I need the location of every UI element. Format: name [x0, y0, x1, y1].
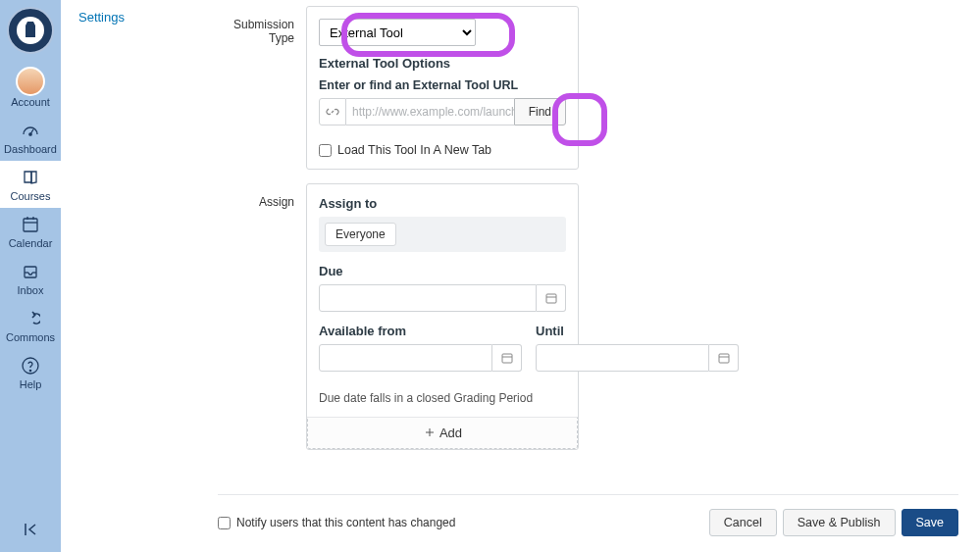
avatar — [16, 67, 45, 96]
until-input[interactable] — [536, 344, 709, 372]
settings-link[interactable]: Settings — [78, 10, 125, 25]
load-new-tab-checkbox-row[interactable]: Load This Tool In A New Tab — [319, 143, 566, 157]
svg-point-3 — [29, 133, 31, 135]
sidebar-item-label: Help — [20, 378, 42, 390]
submission-type-select[interactable]: External Tool — [319, 19, 476, 46]
until-wrap — [536, 344, 739, 372]
svg-point-15 — [29, 370, 30, 371]
due-date-wrap — [319, 284, 566, 312]
sidebar-item-account[interactable]: Account — [0, 55, 61, 114]
svg-rect-17 — [546, 294, 556, 303]
save-button[interactable]: Save — [902, 509, 959, 536]
sidebar-item-label: Commons — [6, 331, 55, 343]
sidebar-item-label: Account — [11, 96, 50, 108]
sidebar-item-label: Courses — [11, 190, 51, 202]
sidebar-item-label: Inbox — [18, 284, 44, 296]
link-icon — [319, 98, 346, 125]
assignment-form: Submission Type External Tool External T… — [218, 6, 767, 464]
svg-rect-28 — [719, 354, 729, 363]
available-from-wrap — [319, 344, 522, 372]
sidebar-item-inbox[interactable]: Inbox — [0, 255, 61, 302]
external-tool-url-input[interactable] — [346, 98, 514, 125]
footer-buttons: Cancel Save & Publish Save — [709, 509, 958, 536]
sidebar-item-dashboard[interactable]: Dashboard — [0, 114, 61, 161]
due-label: Due — [319, 264, 566, 278]
grading-period-status: Due date falls in a closed Grading Perio… — [319, 391, 566, 405]
dashboard-icon — [20, 120, 41, 141]
sidebar-item-commons[interactable]: Commons — [0, 302, 61, 349]
inbox-icon — [20, 261, 41, 282]
cancel-button[interactable]: Cancel — [709, 509, 777, 536]
assign-row: Assign Assign to Everyone Due Available … — [218, 183, 767, 450]
available-from-input[interactable] — [319, 344, 492, 372]
load-new-tab-checkbox[interactable] — [319, 144, 332, 157]
assign-box: Assign to Everyone Due Available from — [306, 183, 579, 450]
add-label: Add — [439, 426, 462, 440]
available-from-label: Available from — [319, 324, 522, 338]
notify-label: Notify users that this content has chang… — [236, 516, 455, 529]
load-new-tab-label: Load This Tool In A New Tab — [337, 143, 491, 157]
due-date-calendar-button[interactable] — [537, 284, 566, 312]
sidebar-collapse-button[interactable] — [0, 515, 61, 544]
sidebar-item-calendar[interactable]: Calendar — [0, 208, 61, 255]
assign-row-label: Assign — [218, 183, 306, 209]
submission-type-row: Submission Type External Tool External T… — [218, 6, 767, 170]
assignee-pill[interactable]: Everyone — [325, 223, 396, 246]
commons-icon — [20, 308, 41, 329]
main-content: Settings Submission Type External Tool E… — [61, 0, 980, 552]
external-tool-url-row: Find — [319, 98, 566, 125]
notify-checkbox[interactable] — [218, 517, 231, 529]
find-button[interactable]: Find — [514, 98, 566, 125]
submission-type-label: Submission Type — [218, 6, 306, 45]
external-tool-url-label: Enter or find an External Tool URL — [319, 78, 566, 92]
external-tool-options-heading: External Tool Options — [319, 56, 566, 71]
assign-to-label: Assign to — [319, 196, 566, 211]
assign-to-input[interactable]: Everyone — [319, 217, 566, 252]
availability-row: Available from Until — [319, 324, 566, 383]
available-from-calendar-button[interactable] — [492, 344, 522, 372]
notify-checkbox-row[interactable]: Notify users that this content has chang… — [218, 516, 455, 529]
sidebar-item-label: Dashboard — [4, 143, 57, 155]
save-publish-button[interactable]: Save & Publish — [783, 509, 896, 536]
help-icon — [20, 355, 41, 376]
school-logo[interactable] — [6, 6, 55, 55]
courses-icon — [20, 167, 41, 188]
form-footer: Notify users that this content has chang… — [218, 494, 958, 536]
svg-rect-4 — [24, 219, 37, 231]
calendar-icon — [20, 214, 41, 235]
svg-rect-24 — [502, 354, 512, 363]
add-assignment-override-button[interactable]: Add — [307, 417, 578, 449]
global-nav: Account Dashboard Courses Calendar Inbox… — [0, 0, 61, 552]
until-calendar-button[interactable] — [709, 344, 739, 372]
sidebar-item-courses[interactable]: Courses — [0, 161, 61, 208]
until-label: Until — [536, 324, 739, 338]
due-date-input[interactable] — [319, 284, 537, 312]
submission-type-box: External Tool External Tool Options Ente… — [306, 6, 579, 170]
submission-type-select-wrap: External Tool — [319, 19, 566, 46]
sidebar-item-label: Calendar — [9, 237, 53, 249]
sidebar-item-help[interactable]: Help — [0, 349, 61, 396]
